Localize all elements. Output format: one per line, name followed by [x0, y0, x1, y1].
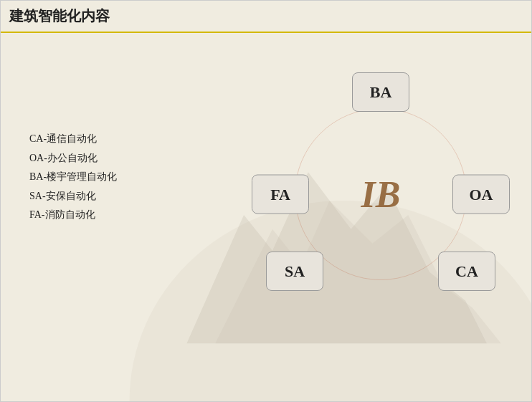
legend-item-ba: BA-楼宇管理自动化	[29, 168, 117, 187]
legend-item-ca: CA-通信自动化	[29, 130, 117, 149]
slide: 建筑智能化内容 CA-通信自动化 OA-办公自动化 BA-楼宇管理自动化 SA-…	[0, 0, 532, 402]
legend: CA-通信自动化 OA-办公自动化 BA-楼宇管理自动化 SA-安保自动化 FA…	[29, 130, 117, 225]
node-CA: CA	[438, 252, 495, 291]
page-title: 建筑智能化内容	[9, 8, 110, 24]
ib-center-label: IB	[361, 173, 401, 216]
diagram: IB BA OA CA SA FA	[252, 58, 510, 330]
node-BA: BA	[352, 72, 409, 112]
legend-item-fa: FA-消防自动化	[29, 206, 117, 225]
node-FA: FA	[252, 175, 309, 214]
legend-item-oa: OA-办公自动化	[29, 149, 117, 168]
title-bar: 建筑智能化内容	[1, 1, 531, 33]
content-layer: 建筑智能化内容 CA-通信自动化 OA-办公自动化 BA-楼宇管理自动化 SA-…	[1, 1, 531, 401]
node-SA: SA	[266, 252, 323, 291]
legend-item-sa: SA-安保自动化	[29, 187, 117, 206]
node-OA: OA	[452, 175, 510, 214]
